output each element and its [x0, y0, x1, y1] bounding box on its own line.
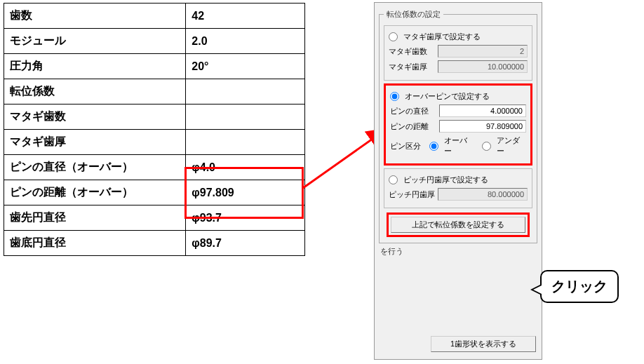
pin-under-label: アンダー [497, 135, 526, 156]
table-row: マタギ歯数 [4, 105, 305, 130]
table-row: 圧力角20° [4, 54, 305, 79]
group-legend: 転位係数の設定 [384, 9, 443, 20]
table-row: 転位係数 [4, 79, 305, 105]
settings-panel: 転位係数の設定 マタギ歯厚で設定する マタギ歯数 2 マタギ歯厚 10.0000… [374, 2, 542, 360]
spec-label: マタギ歯厚 [4, 130, 186, 155]
table-row: マタギ歯厚 [4, 130, 305, 155]
spec-label: ピンの距離（オーバー） [4, 180, 186, 205]
table-row: 歯先円直径φ93.7 [4, 205, 305, 231]
table-row: ピンの直径（オーバー）φ4.0 [4, 155, 305, 180]
spec-label: 歯数 [4, 4, 186, 29]
pin-under-radio[interactable] [482, 142, 491, 151]
pitch-thick-field: 80.000000 [438, 188, 528, 201]
pin-dia-field[interactable]: 4.000000 [439, 105, 526, 117]
spec-label: 圧力角 [4, 54, 186, 79]
set-button-highlight: 上記で転位係数を設定する [387, 213, 530, 237]
gear-spec-table: 歯数42 モジュール2.0 圧力角20° 転位係数 マタギ歯数 マタギ歯厚 ピン… [4, 3, 305, 256]
spec-label: 歯先円直径 [4, 205, 186, 231]
pin-dia-label: ピンの直径 [390, 106, 439, 116]
pitch-subgroup: ピッチ円歯厚で設定する ピッチ円歯厚 80.000000 [384, 168, 532, 208]
matagi-teeth-field: 2 [438, 45, 528, 58]
spec-label: 歯底円直径 [4, 231, 186, 256]
overpin-radio[interactable] [390, 92, 399, 101]
spec-value: φ93.7 [186, 205, 305, 231]
set-shift-coeff-button[interactable]: 上記で転位係数を設定する [391, 217, 525, 233]
table-row: モジュール2.0 [4, 29, 305, 54]
table-row: 歯底円直径φ89.7 [4, 231, 305, 256]
pin-dist-field[interactable]: 97.809000 [439, 120, 526, 133]
overpin-subgroup: オーバーピンで設定する ピンの直径 4.000000 ピンの距離 97.8090… [384, 83, 532, 166]
matagi-teeth-label: マタギ歯数 [389, 46, 438, 57]
spec-value: 2.0 [186, 29, 305, 54]
spec-value: 42 [186, 4, 305, 29]
spec-label: ピンの直径（オーバー） [4, 155, 186, 180]
svg-line-0 [303, 130, 384, 188]
pitch-radio[interactable] [389, 175, 398, 184]
matagi-radio-label: マタギ歯厚で設定する [403, 32, 481, 42]
spec-label: モジュール [4, 29, 186, 54]
spec-value: φ4.0 [186, 155, 305, 180]
spec-label: 転位係数 [4, 79, 186, 105]
spec-value: φ97.809 [186, 180, 305, 205]
spec-value [186, 130, 305, 155]
table-row: 歯数42 [4, 4, 305, 29]
matagi-radio[interactable] [389, 32, 398, 41]
spec-value [186, 79, 305, 105]
table-row: ピンの距離（オーバー）φ97.809 [4, 180, 305, 205]
matagi-thick-label: マタギ歯厚 [389, 62, 438, 72]
spec-value [186, 105, 305, 130]
spec-value: φ89.7 [186, 231, 305, 256]
truncated-text: を行う [379, 246, 537, 257]
show-tooth-shape-button[interactable]: 1歯形状を表示する [431, 336, 536, 352]
pin-dist-label: ピンの距離 [390, 121, 439, 132]
pin-over-radio[interactable] [429, 142, 438, 151]
matagi-thick-field: 10.000000 [438, 60, 528, 73]
overpin-radio-label: オーバーピンで設定する [405, 91, 490, 102]
pitch-thick-label: ピッチ円歯厚 [389, 189, 438, 200]
pin-over-label: オーバー [444, 135, 474, 156]
click-callout: クリック [540, 270, 619, 303]
spec-label: マタギ歯数 [4, 105, 186, 130]
shift-coeff-group: 転位係数の設定 マタギ歯厚で設定する マタギ歯数 2 マタギ歯厚 10.0000… [379, 9, 537, 243]
matagi-subgroup: マタギ歯厚で設定する マタギ歯数 2 マタギ歯厚 10.000000 [384, 25, 532, 81]
spec-value: 20° [186, 54, 305, 79]
pitch-radio-label: ピッチ円歯厚で設定する [403, 175, 488, 185]
pin-class-label: ピン区分 [390, 141, 425, 151]
